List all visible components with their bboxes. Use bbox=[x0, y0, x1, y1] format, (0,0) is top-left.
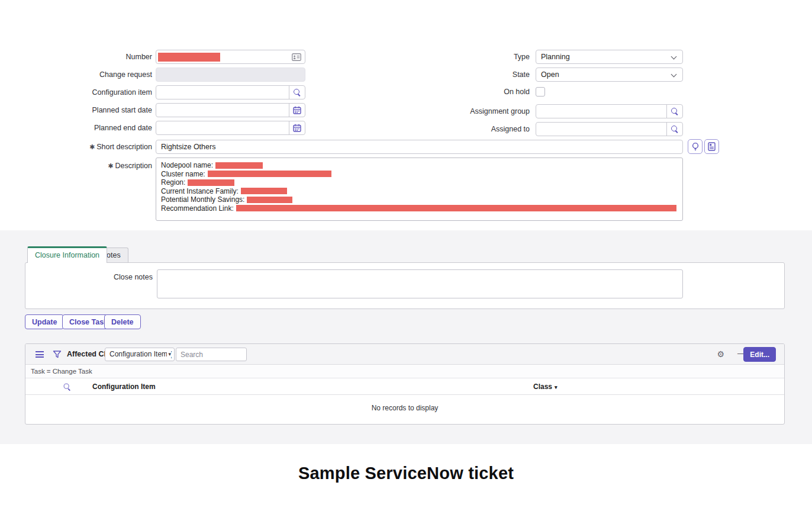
description-line: Region: bbox=[161, 178, 678, 187]
list-header-row: Configuration Item Class▾ bbox=[25, 378, 784, 395]
description-label: ✱Description bbox=[24, 159, 152, 173]
on-hold-checkbox[interactable] bbox=[536, 87, 545, 97]
on-hold-label: On hold bbox=[402, 85, 530, 99]
knowledge-book-icon bbox=[708, 142, 716, 151]
redacted-number-value bbox=[158, 53, 220, 62]
state-select[interactable]: Open bbox=[536, 68, 683, 82]
column-header-class[interactable]: Class▾ bbox=[533, 378, 558, 396]
number-label: Number bbox=[24, 50, 152, 64]
servicenow-ticket-page: Number Change request Configuration item… bbox=[0, 0, 812, 527]
calendar-icon bbox=[293, 124, 301, 132]
type-value: Planning bbox=[536, 50, 682, 63]
type-label: Type bbox=[402, 50, 530, 64]
caret-down-icon: ▾ bbox=[555, 384, 558, 390]
list-condition-breadcrumb[interactable]: Task = Change Task bbox=[25, 365, 784, 378]
required-marker-icon: ✱ bbox=[89, 143, 95, 150]
assigned-to-label: Assigned to bbox=[402, 122, 530, 136]
description-line: Potential Monthly Savings: bbox=[161, 195, 678, 204]
assignment-group-label: Assignment group bbox=[402, 104, 530, 118]
affected-cis-title: Affected CIs bbox=[67, 344, 110, 365]
change-request-label: Change request bbox=[24, 68, 152, 82]
search-icon bbox=[671, 126, 679, 133]
assignment-group-lookup-button[interactable] bbox=[666, 105, 682, 118]
redacted-value bbox=[188, 179, 234, 186]
edit-button[interactable]: Edit... bbox=[743, 347, 776, 362]
short-description-value: Rightsize Others bbox=[156, 140, 682, 153]
assigned-to-field[interactable] bbox=[536, 122, 683, 136]
affected-cis-toolbar: Affected CIs Configuration Item ( ▾ ⚙ — … bbox=[25, 344, 784, 365]
caret-down-icon: ▾ bbox=[167, 348, 171, 361]
configuration-item-label: Configuration item bbox=[24, 85, 152, 99]
assigned-to-lookup-button[interactable] bbox=[666, 123, 682, 136]
suggestion-button[interactable] bbox=[688, 139, 703, 154]
description-line: Nodepool name: bbox=[161, 161, 678, 170]
state-value: Open bbox=[536, 68, 682, 81]
column-search-icon[interactable] bbox=[64, 384, 71, 391]
column-header-configuration-item[interactable]: Configuration Item bbox=[92, 378, 156, 395]
knowledge-search-button[interactable] bbox=[704, 139, 719, 154]
preview-record-icon[interactable] bbox=[292, 53, 301, 61]
type-select[interactable]: Planning bbox=[536, 50, 683, 64]
description-line: Recommendation Link: bbox=[161, 204, 678, 213]
search-icon bbox=[294, 89, 301, 97]
planned-start-calendar-button[interactable] bbox=[289, 104, 305, 117]
update-button[interactable]: Update bbox=[25, 314, 64, 329]
planned-start-date-field[interactable] bbox=[156, 103, 305, 117]
close-notes-textarea[interactable] bbox=[157, 269, 683, 298]
gear-icon[interactable]: ⚙ bbox=[717, 349, 724, 359]
tab-closure-information[interactable]: Closure Information bbox=[27, 246, 107, 263]
search-icon bbox=[671, 108, 679, 115]
empty-list-message: No records to display bbox=[25, 395, 784, 412]
short-description-input[interactable]: Rightsize Others bbox=[156, 140, 683, 154]
description-line: Current Instance Family: bbox=[161, 187, 678, 196]
description-textarea[interactable]: Nodepool name: Cluster name: Region: Cur… bbox=[156, 158, 683, 221]
affected-cis-search-input[interactable] bbox=[176, 348, 247, 361]
redacted-value bbox=[236, 205, 676, 211]
redacted-value bbox=[215, 162, 263, 169]
close-notes-label: Close notes bbox=[24, 270, 153, 284]
redacted-value bbox=[208, 171, 331, 177]
figure-caption: Sample ServiceNow ticket bbox=[0, 464, 812, 483]
required-marker-icon: ✱ bbox=[108, 162, 113, 169]
state-label: State bbox=[402, 68, 530, 82]
planned-end-date-label: Planned end date bbox=[24, 121, 152, 135]
search-field-selector[interactable]: Configuration Item ( ▾ bbox=[105, 348, 175, 361]
configuration-item-field[interactable] bbox=[156, 85, 305, 99]
number-field[interactable] bbox=[156, 50, 305, 64]
affected-cis-panel: Affected CIs Configuration Item ( ▾ ⚙ — … bbox=[25, 343, 785, 425]
planned-end-date-field[interactable] bbox=[156, 121, 305, 135]
calendar-icon bbox=[293, 106, 301, 114]
planned-end-calendar-button[interactable] bbox=[289, 121, 305, 134]
list-menu-icon[interactable] bbox=[36, 351, 44, 359]
change-request-field bbox=[156, 68, 305, 82]
assignment-group-field[interactable] bbox=[536, 104, 683, 118]
description-line: Cluster name: bbox=[161, 170, 678, 179]
configuration-item-lookup-button[interactable] bbox=[289, 86, 305, 99]
short-description-label: ✱Short description bbox=[24, 140, 152, 154]
filter-funnel-icon[interactable] bbox=[53, 350, 62, 359]
redacted-value bbox=[247, 197, 292, 203]
delete-button[interactable]: Delete bbox=[104, 314, 141, 329]
planned-start-date-label: Planned start date bbox=[24, 103, 152, 117]
redacted-value bbox=[241, 188, 287, 194]
lightbulb-icon bbox=[691, 142, 700, 151]
